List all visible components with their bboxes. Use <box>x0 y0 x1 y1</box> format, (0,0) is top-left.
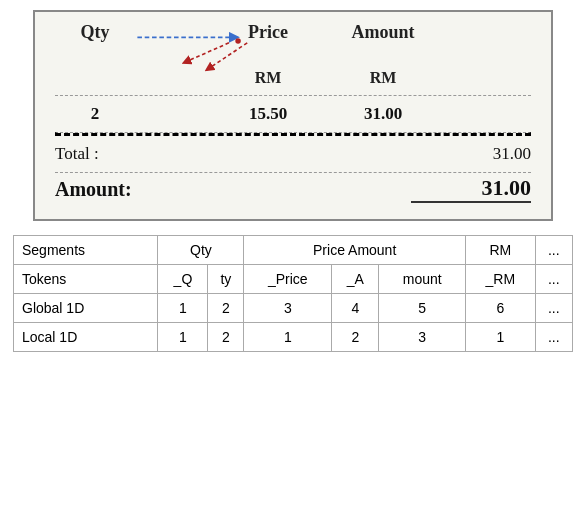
qty-header: Qty <box>55 22 135 43</box>
table-container: Segments Qty Price Amount RM ... Tokens … <box>13 235 573 352</box>
seg-qty-header: Qty <box>158 236 244 265</box>
loc-label: Local 1D <box>14 323 158 352</box>
tok-ellipsis: ... <box>535 265 572 294</box>
receipt-amount-row: Amount: 31.00 <box>55 172 531 205</box>
amount-final-value: 31.00 <box>482 175 532 200</box>
svg-line-1 <box>183 43 229 63</box>
loc-c6: 1 <box>465 323 535 352</box>
table-row-local: Local 1D 1 2 1 2 3 1 ... <box>14 323 573 352</box>
amount-value: 31.00 <box>318 104 448 124</box>
receipt-data-row: 2 15.50 31.00 <box>55 100 531 128</box>
loc-c1: 1 <box>158 323 208 352</box>
price-rm: RM <box>218 69 318 87</box>
loc-c5: 3 <box>379 323 466 352</box>
tok-ty: ty <box>208 265 244 294</box>
glob-c3: 3 <box>244 294 332 323</box>
tok-a: _A <box>332 265 379 294</box>
divider-top <box>55 95 531 96</box>
total-label: Total : <box>55 144 99 164</box>
divider-mid <box>55 132 531 136</box>
total-value: 31.00 <box>411 144 531 164</box>
seg-rm-header: RM <box>465 236 535 265</box>
tok-mount: mount <box>379 265 466 294</box>
tok-label: Tokens <box>14 265 158 294</box>
loc-c2: 2 <box>208 323 244 352</box>
amount-underline: 31.00 <box>411 175 531 203</box>
table-row-tokens: Tokens _Q ty _Price _A mount _RM ... <box>14 265 573 294</box>
seg-ellipsis-header: ... <box>535 236 572 265</box>
seg-label-segments: Segments <box>14 236 158 265</box>
loc-ellipsis: ... <box>535 323 572 352</box>
receipt-header-row: Qty Price Amount <box>55 22 531 45</box>
table-row-segments: Segments Qty Price Amount RM ... <box>14 236 573 265</box>
loc-c4: 2 <box>332 323 379 352</box>
glob-c1: 1 <box>158 294 208 323</box>
receipt-subheader-row: RM RM <box>55 67 531 91</box>
glob-c2: 2 <box>208 294 244 323</box>
amount-label: Amount: <box>55 178 132 201</box>
amount-rm: RM <box>318 69 448 87</box>
glob-ellipsis: ... <box>535 294 572 323</box>
receipt-panel: Qty Price Amount <box>33 10 553 221</box>
amount-header: Amount <box>318 22 448 43</box>
glob-label: Global 1D <box>14 294 158 323</box>
price-value: 15.50 <box>218 104 318 124</box>
qty-value: 2 <box>55 104 135 124</box>
receipt-total-row: Total : 31.00 <box>55 140 531 168</box>
table-row-global: Global 1D 1 2 3 4 5 6 ... <box>14 294 573 323</box>
glob-c4: 4 <box>332 294 379 323</box>
tok-q: _Q <box>158 265 208 294</box>
glob-c5: 5 <box>379 294 466 323</box>
tok-rm: _RM <box>465 265 535 294</box>
seg-price-amount-header: Price Amount <box>244 236 466 265</box>
glob-c6: 6 <box>465 294 535 323</box>
price-header: Price <box>218 22 318 43</box>
amount-final-wrap: 31.00 <box>411 175 531 203</box>
loc-c3: 1 <box>244 323 332 352</box>
segments-table: Segments Qty Price Amount RM ... Tokens … <box>13 235 573 352</box>
tok-price: _Price <box>244 265 332 294</box>
